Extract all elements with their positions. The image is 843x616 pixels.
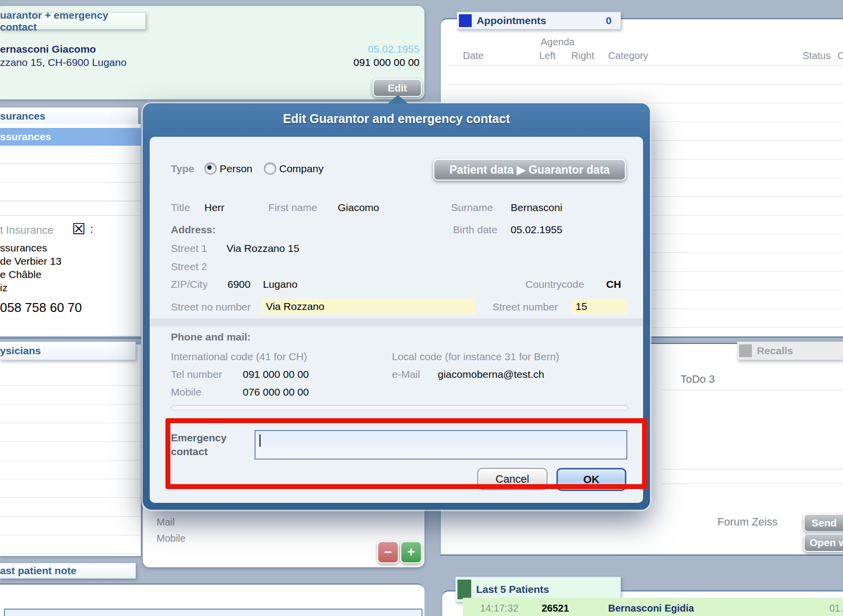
physicians-empty-rows[interactable] bbox=[0, 367, 141, 554]
last-patient-date-fragment: 01. bbox=[829, 603, 843, 614]
surname-value[interactable]: Bernasconi bbox=[511, 202, 562, 214]
last-patients-title: Last 5 Patients bbox=[476, 584, 549, 595]
last-patient-time: 14:17:32 bbox=[480, 603, 519, 614]
recalls-icon bbox=[739, 344, 752, 357]
person-radio-label[interactable]: Person bbox=[220, 163, 253, 175]
col-right: Right bbox=[571, 50, 594, 62]
mail-label: Mail bbox=[157, 517, 175, 528]
insurance-address-line: iz bbox=[0, 282, 7, 294]
add-contact-button[interactable]: + bbox=[400, 541, 422, 563]
emergency-contact-input[interactable] bbox=[255, 430, 627, 460]
mobile-value[interactable]: 076 000 00 00 bbox=[243, 386, 309, 398]
street1-value[interactable]: Via Rozzano 15 bbox=[227, 243, 299, 254]
remove-contact-button[interactable]: − bbox=[377, 541, 399, 563]
guarantor-phone: 091 000 00 00 bbox=[315, 57, 420, 68]
title-label: Title bbox=[171, 202, 190, 214]
section-divider bbox=[150, 318, 643, 326]
col-status: Status bbox=[803, 50, 831, 62]
tel-value[interactable]: 091 000 00 00 bbox=[243, 369, 309, 380]
recalls-tab: Recalls bbox=[737, 341, 843, 360]
ok-button[interactable]: OK bbox=[556, 468, 626, 491]
note-tab: ast patient note bbox=[0, 563, 136, 579]
first-name-label: First name bbox=[268, 202, 317, 214]
title-value[interactable]: Herr bbox=[204, 202, 225, 214]
col-cut-fragment: C bbox=[838, 50, 843, 62]
first-name-value[interactable]: Giacomo bbox=[338, 202, 379, 214]
dialog-body: Type Person Company Patient data ▶ Guara… bbox=[150, 137, 643, 503]
checked-checkbox-icon[interactable]: ☒ bbox=[72, 220, 86, 238]
mobile-field-label: Mobile bbox=[171, 386, 201, 398]
guarantor-panel-title: uarantor + emergency contact bbox=[0, 9, 145, 33]
emergency-label-line2: contact bbox=[171, 446, 208, 458]
dialog-title: Edit Guarantor and emergency contact bbox=[143, 112, 650, 126]
insurance-address-line: de Verbier 13 bbox=[0, 255, 62, 267]
application-window: uarantor + emergency contact ernasconi G… bbox=[0, 0, 843, 616]
edit-guarantor-button[interactable]: Edit bbox=[373, 79, 422, 97]
dialog-pointer-arrow bbox=[388, 95, 408, 104]
physicians-title: ysicians bbox=[0, 345, 41, 357]
appointments-icon bbox=[459, 14, 472, 27]
note-textarea[interactable] bbox=[4, 609, 422, 616]
guarantor-panel-tab: uarantor + emergency contact bbox=[0, 12, 146, 30]
open-button[interactable]: Open w bbox=[804, 533, 843, 552]
company-radio-label[interactable]: Company bbox=[279, 163, 324, 175]
agenda-label: Agenda bbox=[541, 36, 575, 48]
type-label: Type bbox=[171, 163, 194, 175]
insurance-address-line: ssurances bbox=[0, 242, 47, 254]
note-title: ast patient note bbox=[0, 565, 76, 577]
person-radio[interactable] bbox=[204, 162, 217, 175]
guarantor-name: ernasconi Giacomo bbox=[0, 43, 96, 55]
address-section-label: Address: bbox=[171, 224, 216, 236]
email-value[interactable]: giacomoberna@test.ch bbox=[438, 369, 544, 380]
tel-label: Tel number bbox=[171, 369, 222, 380]
insurances-title: surances bbox=[0, 110, 45, 122]
default-insurance-colon: : bbox=[90, 223, 93, 236]
copy-patient-data-button[interactable]: Patient data ▶ Guarantor data bbox=[433, 159, 626, 181]
mobile-label: Mobile bbox=[157, 533, 186, 544]
text-cursor bbox=[259, 434, 260, 447]
countrycode-label: Countrycode bbox=[525, 278, 584, 290]
birth-date-label: Birth date bbox=[453, 224, 497, 236]
insurance-phone: 058 758 60 70 bbox=[0, 300, 82, 315]
surname-label: Surname bbox=[451, 202, 493, 214]
company-radio[interactable] bbox=[264, 162, 276, 175]
street-number-field[interactable]: 15 bbox=[572, 299, 628, 314]
street-number-label: Street number bbox=[492, 301, 558, 313]
birth-date-value[interactable]: 05.02.1955 bbox=[511, 224, 562, 236]
emergency-label-line1: Emergency bbox=[171, 432, 227, 444]
city-value[interactable]: Lugano bbox=[263, 278, 297, 290]
insurances-tab: surances bbox=[0, 107, 138, 125]
zip-city-label: ZIP/City bbox=[171, 278, 208, 290]
street-no-number-label: Street no number bbox=[171, 301, 251, 313]
cancel-button[interactable]: Cancel bbox=[477, 468, 548, 490]
appointments-count: 0 bbox=[606, 15, 612, 27]
col-category: Category bbox=[608, 50, 648, 62]
appointments-tab: Appointments 0 bbox=[457, 12, 621, 30]
last-patient-row[interactable]: 14:17:32 26521 Bernasconi Egidia 01. bbox=[463, 598, 843, 616]
physicians-tab: ysicians bbox=[0, 341, 136, 360]
scroll-track[interactable] bbox=[171, 405, 628, 410]
insurance-selected-row[interactable]: ssurances bbox=[0, 128, 141, 146]
street1-label: Street 1 bbox=[171, 243, 207, 254]
recalls-title: Recalls bbox=[757, 345, 793, 357]
phone-section-label: Phone and mail: bbox=[171, 331, 251, 343]
street-no-number-field[interactable]: Via Rozzano bbox=[262, 299, 476, 314]
edit-guarantor-dialog: Edit Guarantor and emergency contact Typ… bbox=[143, 103, 650, 510]
last-patient-id: 26521 bbox=[542, 603, 569, 614]
countrycode-value[interactable]: CH bbox=[606, 278, 621, 290]
forum-label: Forum Zeiss bbox=[717, 516, 778, 528]
todo-item[interactable]: ToDo 3 bbox=[681, 373, 715, 386]
local-code-label: Local code (for instance 31 for Bern) bbox=[392, 351, 559, 363]
default-insurance-label: t Insurance bbox=[0, 224, 54, 237]
appointments-title: Appointments bbox=[477, 15, 546, 27]
email-label: e-Mail bbox=[392, 369, 420, 380]
insurance-address-line: e Châble bbox=[0, 269, 41, 280]
zip-value[interactable]: 6900 bbox=[227, 278, 251, 290]
col-left: Left bbox=[539, 50, 555, 62]
guarantor-address: zzano 15, CH-6900 Lugano bbox=[0, 57, 127, 68]
col-date: Date bbox=[463, 50, 484, 62]
guarantor-birthdate: 05.02.1955 bbox=[315, 43, 420, 55]
intl-code-label: International code (41 for CH) bbox=[171, 351, 307, 363]
send-button[interactable]: Send bbox=[804, 514, 843, 532]
last-patients-icon bbox=[457, 580, 471, 599]
